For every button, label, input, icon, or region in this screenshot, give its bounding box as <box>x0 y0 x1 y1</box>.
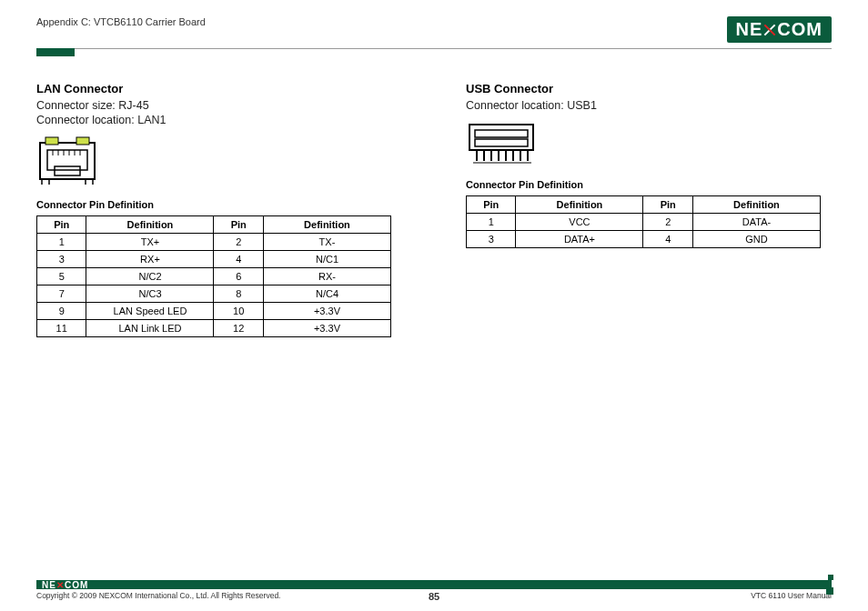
th-def: Definition <box>692 196 820 214</box>
usb-connector-diagram <box>466 121 832 166</box>
footer-bar: NE✕COM <box>36 580 832 589</box>
cell-pin: 4 <box>214 251 263 268</box>
cell-pin: 9 <box>37 303 86 320</box>
cell-def: RX+ <box>86 251 214 268</box>
svg-rect-4 <box>55 166 80 175</box>
footer-logo-right: COM <box>65 580 88 590</box>
logo-text-right: COM <box>777 19 823 40</box>
cell-pin: 1 <box>467 214 516 231</box>
svg-rect-16 <box>475 130 528 137</box>
cell-def: LAN Link LED <box>86 320 214 337</box>
logo-text-left: NE <box>736 19 763 40</box>
svg-rect-1 <box>45 137 58 145</box>
cell-def: +3.3V <box>263 303 390 320</box>
table-row: 3 DATA+ 4 GND <box>467 231 821 248</box>
cell-def: N/C2 <box>86 268 214 285</box>
lan-section: LAN Connector Connector size: RJ-45 Conn… <box>36 82 402 337</box>
table-header-row: Pin Definition Pin Definition <box>37 216 391 234</box>
cell-def: GND <box>692 231 820 248</box>
cell-pin: 3 <box>37 251 86 268</box>
th-pin: Pin <box>467 196 516 214</box>
th-def: Definition <box>86 216 214 234</box>
table-row: 5 N/C2 6 RX- <box>37 268 391 285</box>
table-row: 1 TX+ 2 TX- <box>37 234 391 251</box>
cell-def: LAN Speed LED <box>86 303 214 320</box>
lan-connector-diagram <box>36 135 402 186</box>
brand-logo: NE COM <box>727 16 832 43</box>
cell-pin: 11 <box>37 320 86 337</box>
lan-location: Connector location: LAN1 <box>36 114 402 126</box>
cell-def: N/C4 <box>263 285 390 303</box>
th-pin: Pin <box>643 196 692 214</box>
lan-title: LAN Connector <box>36 82 402 95</box>
cell-pin: 6 <box>214 268 263 285</box>
svg-rect-2 <box>76 137 89 145</box>
usb-pin-table: Pin Definition Pin Definition 1 VCC 2 DA… <box>466 195 821 248</box>
cell-def: TX+ <box>86 234 214 251</box>
th-def: Definition <box>263 216 390 234</box>
svg-rect-17 <box>475 139 528 146</box>
cell-def: VCC <box>516 214 643 231</box>
lan-table-title: Connector Pin Definition <box>36 199 402 210</box>
table-row: 1 VCC 2 DATA- <box>467 214 821 231</box>
cell-pin: 5 <box>37 268 86 285</box>
cell-pin: 12 <box>214 320 263 337</box>
table-row: 3 RX+ 4 N/C1 <box>37 251 391 268</box>
cell-def: N/C3 <box>86 285 214 303</box>
svg-rect-0 <box>40 143 95 179</box>
header-tab <box>36 48 75 56</box>
cell-pin: 2 <box>643 214 692 231</box>
footer-logo-left: NE <box>42 580 56 590</box>
th-pin: Pin <box>214 216 263 234</box>
table-header-row: Pin Definition Pin Definition <box>467 196 821 214</box>
cell-pin: 4 <box>643 231 692 248</box>
table-row: 7 N/C3 8 N/C4 <box>37 285 391 303</box>
th-def: Definition <box>516 196 643 214</box>
th-pin: Pin <box>37 216 86 234</box>
cell-def: N/C1 <box>263 251 390 268</box>
logo-x-icon <box>763 24 776 36</box>
cell-pin: 8 <box>214 285 263 303</box>
cell-def: DATA+ <box>516 231 643 248</box>
usb-section: USB Connector Connector location: USB1 <box>466 82 832 337</box>
page-footer: NE✕COM Copyright © 2009 NEXCOM Internati… <box>36 580 832 600</box>
usb-location: Connector location: USB1 <box>466 99 832 112</box>
usb-table-title: Connector Pin Definition <box>466 179 832 190</box>
cell-pin: 7 <box>37 285 86 303</box>
cell-pin: 3 <box>467 231 516 248</box>
cell-def: RX- <box>263 268 390 285</box>
footer-logo: NE✕COM <box>36 580 88 590</box>
page-number: 85 <box>36 591 832 602</box>
header-rule <box>36 48 832 49</box>
lan-pin-table: Pin Definition Pin Definition 1 TX+ 2 TX… <box>36 215 391 337</box>
table-row: 9 LAN Speed LED 10 +3.3V <box>37 303 391 320</box>
table-row: 11 LAN Link LED 12 +3.3V <box>37 320 391 337</box>
usb-title: USB Connector <box>466 82 832 95</box>
cell-pin: 10 <box>214 303 263 320</box>
lan-size: Connector size: RJ-45 <box>36 99 402 112</box>
appendix-label: Appendix C: VTCB6110 Carrier Board <box>36 16 206 27</box>
cell-def: DATA- <box>692 214 820 231</box>
cell-def: +3.3V <box>263 320 390 337</box>
cell-def: TX- <box>263 234 390 251</box>
cell-pin: 2 <box>214 234 263 251</box>
cell-pin: 1 <box>37 234 86 251</box>
